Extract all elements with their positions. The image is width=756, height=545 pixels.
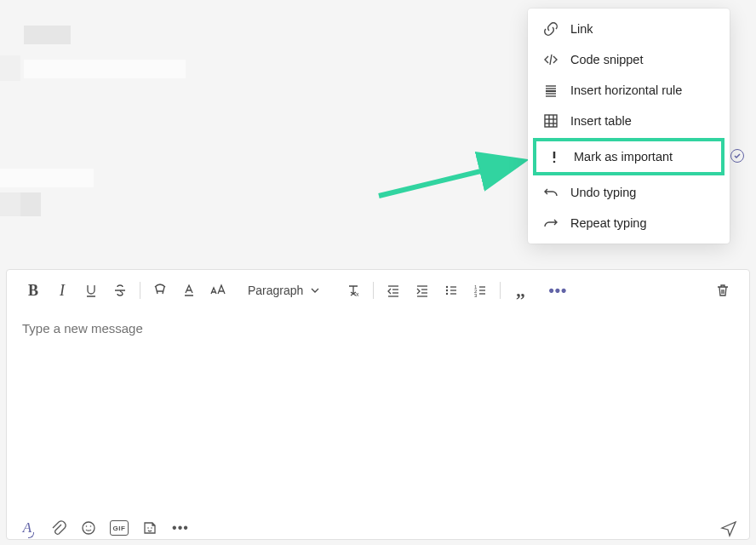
svg-text:x: x [356, 291, 359, 297]
chevron-down-icon [310, 285, 320, 295]
toolbar-separator [373, 282, 374, 299]
menu-item-label: Insert horizontal rule [570, 83, 682, 97]
bold-button[interactable]: B [19, 278, 48, 302]
menu-item-label: Mark as important [574, 150, 673, 164]
svg-point-35 [83, 522, 94, 534]
menu-item-label: Undo typing [570, 186, 636, 199]
attach-button[interactable] [49, 519, 67, 537]
underline-button[interactable] [77, 278, 106, 302]
send-button[interactable] [719, 519, 738, 537]
menu-item-redo[interactable]: Repeat typing [528, 208, 730, 238]
formatting-toolbar: B I Paragraph x [7, 270, 749, 309]
message-composer: B I Paragraph x [6, 269, 750, 540]
menu-item-label: Repeat typing [570, 216, 646, 230]
emoji-button[interactable] [79, 519, 98, 537]
more-options-menu: Link Code snippet Insert horizontal rule… [528, 9, 730, 244]
format-button[interactable]: A [18, 519, 37, 537]
toolbar-separator [140, 282, 140, 299]
font-color-button[interactable] [175, 278, 203, 302]
numbered-list-button[interactable]: 123 [466, 278, 495, 302]
svg-point-37 [90, 525, 92, 527]
menu-item-horizontal-rule[interactable]: Insert horizontal rule [528, 75, 730, 106]
toolbar-separator [500, 282, 501, 299]
bullet-list-button[interactable] [437, 278, 466, 302]
indent-button[interactable] [408, 278, 437, 302]
menu-item-label: Insert table [570, 114, 632, 128]
svg-point-24 [446, 290, 448, 291]
svg-point-25 [446, 293, 448, 295]
message-input[interactable]: Type a new message [7, 309, 749, 347]
gif-button[interactable]: GIF [110, 519, 129, 537]
undo-icon [543, 185, 558, 200]
menu-item-label: Code snippet [570, 53, 643, 66]
redo-icon [543, 215, 558, 231]
composer-bottom-bar: A GIF ••• [6, 511, 750, 545]
svg-point-39 [151, 527, 152, 529]
message-delivered-icon [730, 149, 744, 163]
svg-point-38 [147, 527, 149, 529]
menu-item-label: Link [570, 22, 593, 36]
strikethrough-button[interactable] [106, 278, 135, 302]
clear-formatting-button[interactable]: x [339, 278, 368, 302]
more-formatting-button[interactable]: ••• [543, 278, 572, 302]
menu-item-mark-important[interactable]: Mark as important [533, 138, 724, 175]
delete-button[interactable] [708, 278, 737, 302]
highlight-button[interactable] [146, 278, 175, 302]
menu-item-undo[interactable]: Undo typing [528, 177, 730, 208]
paragraph-label: Paragraph [248, 284, 303, 297]
svg-point-36 [86, 525, 88, 527]
svg-line-1 [550, 54, 552, 65]
sticker-button[interactable] [140, 519, 159, 537]
quote-button[interactable]: ,, [506, 278, 535, 302]
menu-item-insert-table[interactable]: Insert table [528, 106, 730, 136]
menu-item-link[interactable]: Link [528, 14, 730, 44]
more-actions-button[interactable]: ••• [171, 519, 190, 537]
svg-rect-7 [545, 115, 557, 127]
menu-item-code-snippet[interactable]: Code snippet [528, 44, 730, 75]
important-icon [547, 149, 562, 164]
svg-text:3: 3 [474, 293, 478, 298]
italic-button[interactable]: I [48, 278, 77, 302]
svg-point-13 [553, 161, 556, 164]
link-icon [543, 21, 558, 37]
table-icon [543, 113, 558, 129]
outdent-button[interactable] [379, 278, 408, 302]
svg-point-23 [446, 286, 448, 288]
font-size-button[interactable] [203, 278, 232, 302]
gif-label: GIF [110, 520, 129, 536]
paragraph-style-dropdown[interactable]: Paragraph [238, 278, 330, 302]
code-icon [543, 52, 558, 67]
horizontal-rule-icon [543, 83, 558, 98]
